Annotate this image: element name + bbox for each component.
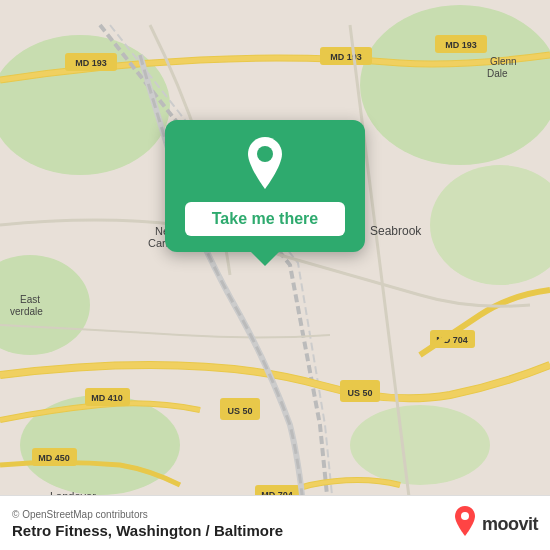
svg-text:Dale: Dale <box>487 68 508 79</box>
map-container: MD 193 MD 193 MD 193 US 50 US 50 MD 410 … <box>0 0 550 550</box>
moovit-text: moovit <box>482 514 538 535</box>
svg-point-34 <box>461 512 469 520</box>
place-name: Retro Fitness, Washington / Baltimore <box>12 522 283 539</box>
popup-card: Take me there <box>165 120 365 252</box>
svg-text:MD 193: MD 193 <box>330 52 362 62</box>
take-me-there-button[interactable]: Take me there <box>185 202 345 236</box>
attribution-text: © OpenStreetMap contributors <box>12 509 283 520</box>
svg-text:East: East <box>20 294 40 305</box>
svg-point-6 <box>350 405 490 485</box>
svg-text:MD 193: MD 193 <box>445 40 477 50</box>
svg-text:US 50: US 50 <box>227 406 252 416</box>
location-pin-icon <box>240 137 290 193</box>
svg-text:US 50: US 50 <box>347 388 372 398</box>
bottom-left: © OpenStreetMap contributors Retro Fitne… <box>12 509 283 539</box>
svg-text:Glenn: Glenn <box>490 56 517 67</box>
location-icon-wrapper <box>238 138 292 192</box>
svg-point-33 <box>257 146 273 162</box>
svg-text:MD 410: MD 410 <box>91 393 123 403</box>
moovit-pin-icon <box>452 506 478 542</box>
svg-text:MD 193: MD 193 <box>75 58 107 68</box>
svg-text:MD 450: MD 450 <box>38 453 70 463</box>
bottom-bar: © OpenStreetMap contributors Retro Fitne… <box>0 495 550 550</box>
svg-text:verdale: verdale <box>10 306 43 317</box>
moovit-logo: moovit <box>452 506 538 542</box>
svg-text:Seabrook: Seabrook <box>370 224 422 238</box>
map-background: MD 193 MD 193 MD 193 US 50 US 50 MD 410 … <box>0 0 550 550</box>
